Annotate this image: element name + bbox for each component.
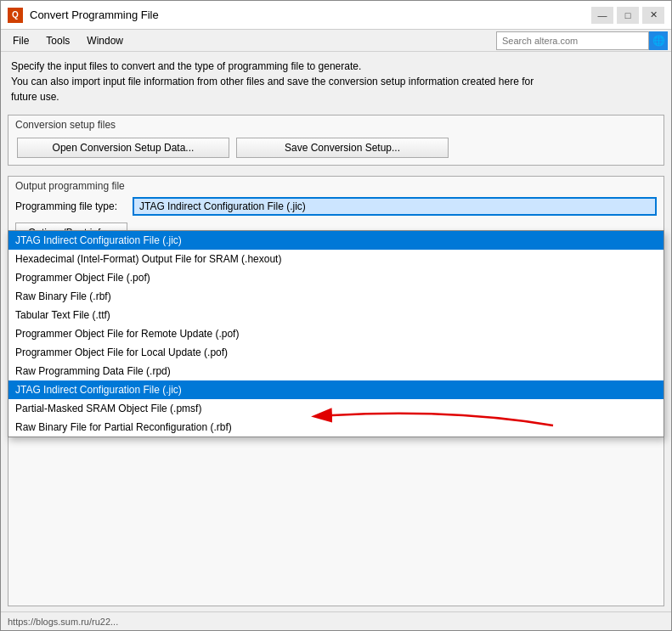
dropdown-item-3[interactable]: Raw Binary File (.rbf)	[8, 287, 664, 306]
description-line2: You can also import input file informati…	[11, 74, 661, 89]
output-section-title: Output programming file	[8, 177, 664, 194]
dropdown-item-1[interactable]: Hexadecimal (Intel-Format) Output File f…	[8, 250, 664, 268]
conversion-buttons: Open Conversion Setup Data... Save Conve…	[17, 138, 655, 158]
menu-tools[interactable]: Tools	[37, 33, 78, 48]
conversion-setup-content: Open Conversion Setup Data... Save Conve…	[8, 132, 664, 165]
search-bar: 🌐	[496, 31, 668, 50]
description-line1: Specify the input files to convert and t…	[11, 59, 661, 74]
status-text: https://blogs.sum.ru/ru22...	[8, 617, 118, 627]
dropdown-item-5[interactable]: Programmer Object File for Remote Update…	[8, 324, 664, 343]
dropdown-item-8[interactable]: JTAG Indirect Configuration File (.jic)	[8, 380, 664, 399]
dropdown-item-0[interactable]: JTAG Indirect Configuration File (.jic)	[8, 231, 664, 250]
programming-type-row: Programming file type: JTAG Indirect Con…	[8, 194, 664, 219]
status-bar: https://blogs.sum.ru/ru22...	[1, 611, 671, 630]
dropdown-overlay: JTAG Indirect Configuration File (.jic) …	[8, 230, 664, 437]
dropdown-item-6[interactable]: Programmer Object File for Local Update …	[8, 343, 664, 362]
menu-bar: File Tools Window 🌐	[1, 30, 671, 52]
main-window: Q Convert Programming File — □ ✕ File To…	[0, 0, 672, 631]
programming-type-label: Programming file type:	[15, 200, 126, 212]
window-title: Convert Programming File	[30, 8, 591, 21]
menu-window[interactable]: Window	[78, 33, 132, 48]
menu-file[interactable]: File	[4, 33, 37, 48]
minimize-button[interactable]: —	[591, 7, 613, 24]
dropdown-item-7[interactable]: Raw Programming Data File (.rpd)	[8, 362, 664, 380]
globe-icon: 🌐	[649, 31, 668, 50]
title-bar: Q Convert Programming File — □ ✕	[1, 1, 671, 30]
dropdown-item-4[interactable]: Tabular Text File (.ttf)	[8, 306, 664, 324]
programming-type-dropdown[interactable]: JTAG Indirect Configuration File (.jic)	[133, 197, 657, 216]
open-conversion-button[interactable]: Open Conversion Setup Data...	[17, 138, 229, 158]
conversion-setup-title: Conversion setup files	[8, 115, 664, 132]
dropdown-item-9[interactable]: Partial-Masked SRAM Object File (.pmsf)	[8, 399, 664, 418]
app-icon: Q	[8, 8, 23, 23]
maximize-button[interactable]: □	[617, 7, 639, 24]
description-line3: future use.	[11, 89, 661, 104]
save-conversion-button[interactable]: Save Conversion Setup...	[236, 138, 449, 158]
dropdown-item-2[interactable]: Programmer Object File (.pof)	[8, 268, 664, 287]
search-input[interactable]	[496, 31, 649, 50]
close-button[interactable]: ✕	[642, 7, 664, 24]
window-controls: — □ ✕	[591, 7, 664, 24]
dropdown-item-10[interactable]: Raw Binary File for Partial Reconfigurat…	[8, 418, 664, 437]
description-area: Specify the input files to convert and t…	[1, 52, 671, 110]
conversion-setup-section: Conversion setup files Open Conversion S…	[8, 115, 664, 166]
main-content: Specify the input files to convert and t…	[1, 52, 671, 630]
